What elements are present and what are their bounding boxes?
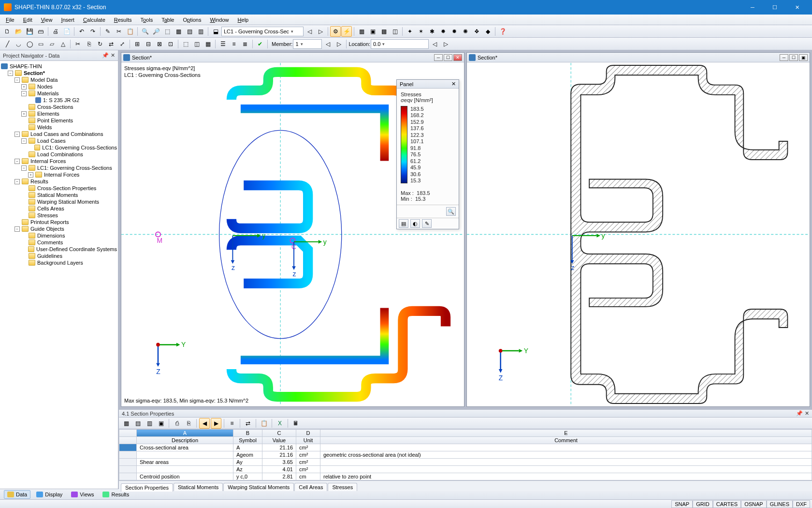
- zoom-icon[interactable]: 🔎: [151, 26, 161, 37]
- menu-edit[interactable]: Edit: [19, 16, 36, 24]
- tree-comments[interactable]: Comments: [37, 239, 63, 245]
- next-member-icon[interactable]: ▷: [334, 39, 344, 49]
- tree-nodes[interactable]: Nodes: [37, 84, 53, 90]
- hdr-unit[interactable]: Unit: [296, 437, 320, 444]
- panel-close-icon[interactable]: ✕: [451, 81, 456, 87]
- grid-btn[interactable]: ⎘: [183, 418, 194, 429]
- navigator-pin-icon[interactable]: 📌: [102, 52, 109, 59]
- saveall-icon[interactable]: 🗃: [35, 26, 46, 37]
- view-minimize-button[interactable]: ─: [434, 54, 443, 61]
- select-icon[interactable]: ⬚: [180, 39, 191, 49]
- tool-icon[interactable]: ✂: [114, 26, 124, 37]
- print-icon[interactable]: 🖨: [50, 26, 61, 37]
- tree-model-data[interactable]: Model Data: [30, 77, 58, 83]
- layer-icon[interactable]: ≡: [229, 39, 239, 49]
- tree-section[interactable]: Section*: [24, 70, 45, 76]
- tab-views[interactable]: Views: [68, 491, 97, 498]
- view-icon[interactable]: ▦: [356, 26, 367, 37]
- edit-icon[interactable]: ⤢: [117, 39, 128, 49]
- tool-icon[interactable]: ✎: [102, 26, 113, 37]
- draw-icon[interactable]: ◯: [24, 39, 35, 49]
- section-icon[interactable]: ⬓: [210, 26, 221, 37]
- open-icon[interactable]: 📂: [13, 26, 24, 37]
- tree-materials[interactable]: Materials: [37, 90, 59, 96]
- gridtab-stresses[interactable]: Stresses: [328, 483, 357, 491]
- tree-load-combinations[interactable]: Load Combinations: [37, 151, 83, 157]
- hdr-symbol[interactable]: Symbol: [233, 437, 262, 444]
- tab-data[interactable]: Data: [4, 490, 30, 499]
- tool-icon[interactable]: ▦: [173, 26, 184, 37]
- misc-icon[interactable]: ✸: [438, 26, 449, 37]
- redo-icon[interactable]: ↷: [87, 26, 98, 37]
- preview-icon[interactable]: 📄: [61, 26, 72, 37]
- view1-canvas[interactable]: Stresses sigma-eqv [N/mm^2] LC1 : Govern…: [121, 62, 464, 406]
- menu-file[interactable]: File: [2, 16, 18, 24]
- col-E[interactable]: E: [320, 430, 812, 437]
- menu-view[interactable]: View: [37, 16, 57, 24]
- hdr-desc[interactable]: Description: [137, 437, 233, 444]
- status-grid[interactable]: GRID: [693, 500, 713, 508]
- grid-btn[interactable]: ▥: [144, 418, 155, 429]
- misc-icon[interactable]: ✺: [460, 26, 471, 37]
- prev-icon[interactable]: ◁: [304, 26, 315, 37]
- misc-icon[interactable]: ✶: [416, 26, 426, 37]
- tree-printout[interactable]: Printout Reports: [30, 219, 69, 225]
- tree-lcc[interactable]: Load Cases and Combinations: [30, 131, 103, 137]
- menu-help[interactable]: Help: [234, 16, 253, 24]
- snap-icon[interactable]: ⊡: [165, 39, 176, 49]
- grid-btn[interactable]: ▶: [211, 418, 221, 429]
- calc-icon[interactable]: ⚡: [341, 26, 352, 37]
- tree-dims[interactable]: Dimensions: [37, 233, 65, 239]
- prev-loc-icon[interactable]: ◁: [429, 39, 440, 49]
- tree-if-lc1[interactable]: LC1: Governing Cross-Sections: [37, 165, 112, 171]
- edit-icon[interactable]: ✂: [72, 39, 83, 49]
- grid-excel-icon[interactable]: X: [275, 418, 285, 429]
- view-maximize-button[interactable]: ☐: [789, 54, 798, 61]
- misc-icon[interactable]: ◆: [482, 26, 493, 37]
- tree-stresses[interactable]: Stresses: [37, 212, 58, 218]
- grid-btn[interactable]: ≡: [227, 418, 237, 429]
- gridtab-warping-statical-moments[interactable]: Warping Statical Moments: [223, 483, 294, 491]
- hdr-comment[interactable]: Comment: [320, 437, 812, 444]
- snap-icon[interactable]: ⊠: [154, 39, 165, 49]
- check-icon[interactable]: ✔: [255, 39, 265, 49]
- select-icon[interactable]: ◫: [191, 39, 202, 49]
- view-minimize-button[interactable]: ─: [780, 54, 788, 61]
- col-A[interactable]: A: [137, 430, 233, 437]
- tool-icon[interactable]: ▥: [195, 26, 206, 37]
- save-icon[interactable]: 💾: [24, 26, 35, 37]
- maximize-button[interactable]: ☐: [764, 0, 786, 15]
- misc-icon[interactable]: ✹: [449, 26, 460, 37]
- tab-display[interactable]: Display: [33, 491, 65, 498]
- tree-bglayers[interactable]: Background Layers: [37, 260, 83, 266]
- close-button[interactable]: ✕: [786, 0, 808, 15]
- grid-btn[interactable]: ◀: [199, 418, 210, 429]
- tree-material-1[interactable]: 1: S 235 JR G2: [43, 97, 79, 103]
- draw-icon[interactable]: △: [58, 39, 68, 49]
- status-cartes[interactable]: CARTES: [713, 500, 741, 508]
- misc-icon[interactable]: ❖: [471, 26, 482, 37]
- navigator-close-icon[interactable]: ✕: [111, 52, 115, 59]
- tree-sm[interactable]: Statical Moments: [37, 192, 78, 198]
- member-combo[interactable]: 1▾: [293, 39, 322, 49]
- tree-welds[interactable]: Welds: [37, 124, 52, 130]
- menu-options[interactable]: Options: [179, 16, 205, 24]
- draw-icon[interactable]: ╱: [2, 39, 13, 49]
- status-dxf[interactable]: DXF: [793, 500, 810, 508]
- view-icon[interactable]: ▩: [378, 26, 389, 37]
- tree-lc1[interactable]: LC1: Governing Cross-Sections: [42, 145, 117, 150]
- hdr-value[interactable]: Value: [262, 437, 296, 444]
- select-icon[interactable]: ▦: [203, 39, 213, 49]
- tool-icon[interactable]: ▤: [184, 26, 195, 37]
- snap-icon[interactable]: ⊟: [143, 39, 154, 49]
- view2-canvas[interactable]: y z Y Z: [467, 62, 810, 406]
- new-icon[interactable]: 🗋: [2, 26, 13, 37]
- gridtab-statical-moments[interactable]: Statical Moments: [174, 483, 223, 491]
- draw-icon[interactable]: ▭: [35, 39, 46, 49]
- status-snap[interactable]: SNAP: [671, 500, 693, 508]
- draw-icon[interactable]: ◡: [13, 39, 24, 49]
- layer-icon[interactable]: ≣: [240, 39, 250, 49]
- help-icon[interactable]: ❓: [497, 26, 508, 37]
- view-close-button[interactable]: ▣: [799, 54, 808, 61]
- col-D[interactable]: D: [296, 430, 320, 437]
